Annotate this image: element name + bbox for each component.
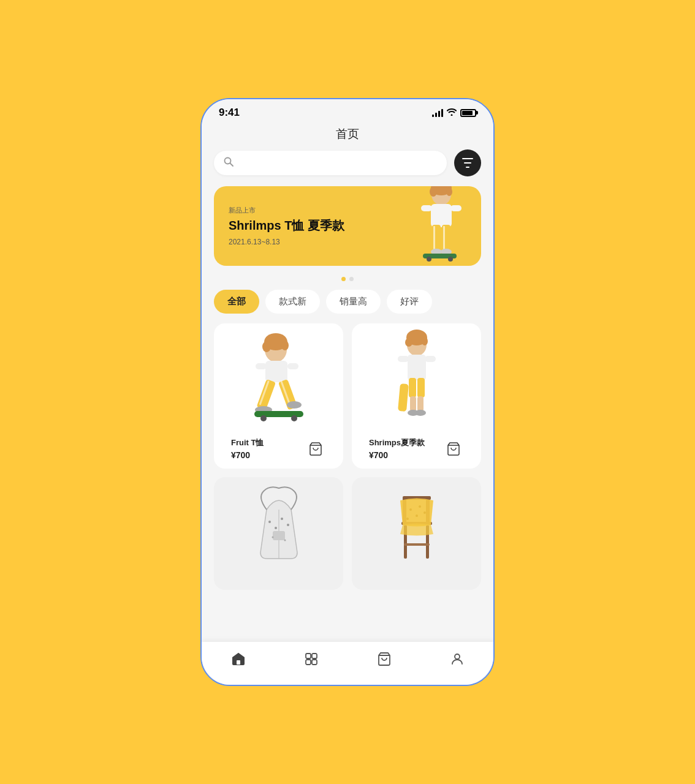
svg-rect-7 bbox=[421, 205, 432, 211]
search-input[interactable] bbox=[240, 158, 437, 168]
status-icons bbox=[432, 108, 476, 118]
profile-icon bbox=[450, 652, 465, 670]
svg-rect-46 bbox=[417, 396, 423, 412]
add-to-cart-2[interactable] bbox=[443, 439, 464, 459]
svg-point-37 bbox=[405, 338, 412, 347]
svg-rect-22 bbox=[265, 361, 287, 382]
banner-section: 新品上市 Shrilmps T恤 夏季款 2021.6.13~8.13 bbox=[202, 186, 493, 266]
svg-rect-12 bbox=[443, 226, 445, 249]
svg-point-65 bbox=[409, 508, 412, 511]
grid-icon bbox=[304, 652, 319, 670]
product-price-2: ¥700 bbox=[369, 450, 425, 460]
svg-point-66 bbox=[419, 505, 421, 508]
wifi-icon bbox=[447, 108, 457, 118]
svg-rect-71 bbox=[306, 654, 311, 658]
svg-rect-64 bbox=[404, 543, 430, 546]
svg-point-21 bbox=[281, 341, 289, 350]
search-row bbox=[202, 149, 493, 176]
tab-toprated[interactable]: 好评 bbox=[387, 290, 432, 314]
svg-rect-24 bbox=[287, 363, 298, 369]
tab-bestseller[interactable]: 销量高 bbox=[326, 290, 381, 314]
product-image-2 bbox=[352, 323, 481, 428]
product-name-1: Fruit T恤 bbox=[231, 437, 264, 448]
svg-rect-44 bbox=[398, 383, 409, 412]
svg-rect-39 bbox=[408, 355, 426, 380]
svg-rect-42 bbox=[409, 378, 416, 398]
svg-point-52 bbox=[268, 521, 271, 523]
svg-rect-25 bbox=[256, 379, 275, 410]
svg-point-55 bbox=[287, 524, 289, 526]
signal-icon bbox=[432, 108, 443, 117]
product-price-1: ¥700 bbox=[231, 450, 264, 460]
nav-cart[interactable] bbox=[370, 649, 399, 673]
svg-point-68 bbox=[423, 511, 426, 514]
svg-point-67 bbox=[416, 514, 418, 517]
product-card-2[interactable]: Shrimps夏季款 ¥700 bbox=[352, 323, 481, 469]
bottom-nav bbox=[202, 642, 493, 685]
product-image-1 bbox=[214, 323, 343, 428]
search-bar[interactable] bbox=[214, 151, 447, 175]
product-info-1: Fruit T恤 ¥700 bbox=[222, 432, 335, 460]
product-text-1: Fruit T恤 ¥700 bbox=[214, 428, 343, 460]
nav-categories[interactable] bbox=[297, 649, 326, 673]
svg-point-56 bbox=[272, 536, 273, 538]
svg-point-69 bbox=[406, 518, 409, 520]
product-image-4 bbox=[352, 477, 481, 581]
svg-point-54 bbox=[281, 518, 283, 520]
page-content: 首页 新品上市 Shrilmps bbox=[202, 121, 493, 685]
product-info-2: Shrimps夏季款 ¥700 bbox=[360, 432, 473, 460]
svg-point-53 bbox=[275, 527, 277, 529]
banner-card[interactable]: 新品上市 Shrilmps T恤 夏季款 2021.6.13~8.13 bbox=[214, 186, 481, 266]
product-grid: Fruit T恤 ¥700 bbox=[202, 323, 493, 590]
product-details-2: Shrimps夏季款 ¥700 bbox=[369, 437, 425, 460]
svg-point-5 bbox=[446, 187, 452, 196]
tab-all[interactable]: 全部 bbox=[214, 290, 259, 314]
dot-2[interactable] bbox=[349, 277, 354, 281]
nav-home[interactable] bbox=[224, 649, 253, 673]
product-name-2: Shrimps夏季款 bbox=[369, 437, 425, 448]
phone-frame: 9:41 首页 bbox=[200, 98, 495, 686]
status-bar: 9:41 bbox=[202, 99, 493, 121]
svg-rect-51 bbox=[273, 531, 285, 540]
svg-point-32 bbox=[260, 415, 267, 421]
svg-point-30 bbox=[287, 401, 302, 409]
svg-point-48 bbox=[415, 410, 426, 416]
category-tabs: 全部 款式新 销量高 好评 bbox=[202, 290, 493, 314]
svg-rect-70 bbox=[237, 660, 240, 665]
nav-profile[interactable] bbox=[442, 649, 472, 673]
svg-point-16 bbox=[427, 257, 431, 262]
svg-rect-45 bbox=[410, 396, 416, 412]
svg-rect-72 bbox=[312, 654, 317, 658]
product-image-3 bbox=[214, 477, 343, 581]
svg-rect-43 bbox=[417, 378, 425, 398]
status-time: 9:41 bbox=[219, 107, 240, 119]
svg-point-38 bbox=[422, 337, 428, 345]
svg-rect-41 bbox=[425, 356, 436, 362]
svg-point-57 bbox=[284, 539, 286, 541]
svg-point-76 bbox=[455, 654, 460, 659]
product-card-4[interactable] bbox=[352, 477, 481, 590]
product-text-2: Shrimps夏季款 ¥700 bbox=[352, 428, 481, 460]
svg-line-1 bbox=[230, 164, 234, 167]
banner-figure bbox=[389, 186, 475, 266]
svg-rect-8 bbox=[450, 205, 461, 211]
filter-button[interactable] bbox=[454, 149, 481, 176]
svg-rect-73 bbox=[306, 660, 311, 665]
svg-rect-23 bbox=[256, 363, 267, 369]
search-icon bbox=[224, 157, 234, 169]
svg-rect-40 bbox=[398, 356, 409, 362]
tab-new-style[interactable]: 款式新 bbox=[265, 290, 320, 314]
cart-icon bbox=[377, 652, 392, 670]
product-card-3[interactable] bbox=[214, 477, 343, 590]
add-to-cart-1[interactable] bbox=[305, 439, 326, 459]
carousel-dots bbox=[202, 271, 493, 290]
svg-point-20 bbox=[262, 341, 271, 352]
svg-rect-6 bbox=[431, 204, 452, 227]
home-icon bbox=[231, 652, 246, 670]
product-details-1: Fruit T恤 ¥700 bbox=[231, 437, 264, 460]
svg-rect-11 bbox=[433, 226, 435, 249]
page-title: 首页 bbox=[202, 121, 493, 149]
dot-1[interactable] bbox=[341, 277, 346, 281]
svg-point-4 bbox=[430, 187, 437, 197]
product-card-1[interactable]: Fruit T恤 ¥700 bbox=[214, 323, 343, 469]
